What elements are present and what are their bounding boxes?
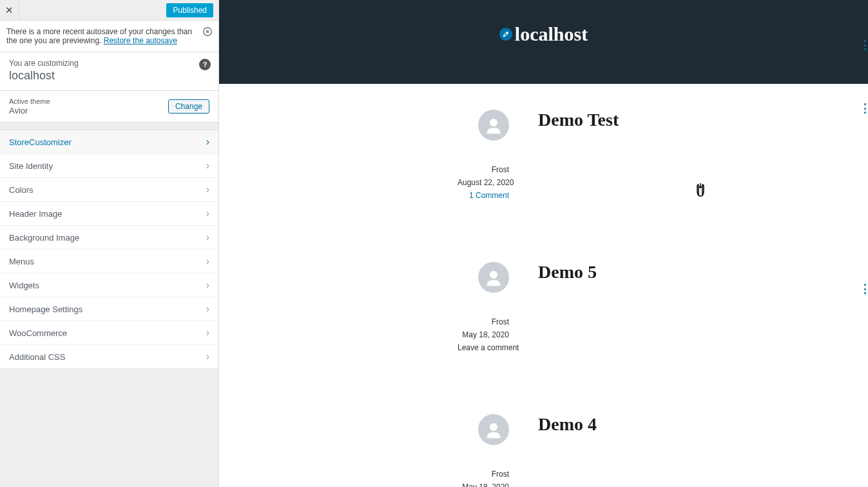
avatar xyxy=(478,414,509,445)
post-date[interactable]: May 18, 2020 xyxy=(458,482,509,487)
sidebar-topbar: ✕ Published xyxy=(0,0,218,21)
menu-item-label: Colors xyxy=(9,185,34,195)
chevron-right-icon: › xyxy=(206,232,209,243)
menu-item-label: Homepage Settings xyxy=(9,304,82,314)
menu-item-label: WooCommerce xyxy=(9,328,67,338)
avatar xyxy=(478,110,509,141)
chevron-right-icon: › xyxy=(206,303,209,315)
menu-item-site-identity[interactable]: Site Identity› xyxy=(0,154,218,178)
post-meta: FrostMay 18, 2020Leave a comment xyxy=(458,414,509,487)
menu-item-additional-css[interactable]: Additional CSS› xyxy=(0,345,218,369)
chevron-right-icon: › xyxy=(206,184,209,195)
menu-item-menus[interactable]: Menus› xyxy=(0,250,218,273)
post-author[interactable]: Frost xyxy=(458,165,509,174)
menu-item-label: Background Image xyxy=(9,233,79,243)
menu-item-background-image[interactable]: Background Image› xyxy=(0,226,218,250)
spacer xyxy=(0,123,218,130)
site-title[interactable]: localhost xyxy=(499,23,588,45)
customizing-header: You are customizing localhost ? xyxy=(0,52,218,91)
menu-item-label: Additional CSS xyxy=(9,352,65,362)
post-content: Demo Test xyxy=(538,110,619,204)
post-meta: FrostAugust 22, 20201 Comment xyxy=(458,110,509,204)
menu-item-label: Menus xyxy=(9,257,34,266)
edit-pencil-icon[interactable] xyxy=(499,28,512,41)
post-date[interactable]: May 18, 2020 xyxy=(458,330,509,339)
menu-item-label: Widgets xyxy=(9,281,39,290)
customizer-sidebar: ✕ Published There is a more recent autos… xyxy=(0,0,219,487)
menu-item-homepage-settings[interactable]: Homepage Settings› xyxy=(0,297,218,321)
customizer-menu: StoreCustomizer›Site Identity›Colors›Hea… xyxy=(0,130,218,369)
svg-point-3 xyxy=(490,423,497,431)
post-title[interactable]: Demo 5 xyxy=(538,262,597,283)
post-author[interactable]: Frost xyxy=(458,470,509,479)
preview-pane: localhost FrostAugust 22, 20201 CommentD… xyxy=(219,0,868,487)
restore-autosave-link[interactable]: Restore the autosave xyxy=(104,36,177,45)
post-title[interactable]: Demo 4 xyxy=(538,414,597,435)
edit-shortcut-icon[interactable] xyxy=(864,40,867,50)
post-author[interactable]: Frost xyxy=(458,317,509,326)
post: FrostAugust 22, 20201 CommentDemo Test xyxy=(458,110,868,204)
chevron-right-icon: › xyxy=(206,160,209,172)
post-comments-link[interactable]: Leave a comment xyxy=(458,343,509,352)
theme-section: Active theme Avior Change xyxy=(0,91,218,123)
post-meta: FrostMay 18, 2020Leave a comment xyxy=(458,262,509,356)
svg-point-1 xyxy=(490,119,497,126)
menu-item-storecustomizer[interactable]: StoreCustomizer› xyxy=(0,130,218,154)
post: FrostMay 18, 2020Leave a commentDemo 4 xyxy=(458,414,868,487)
active-theme-label: Active theme xyxy=(9,97,50,105)
close-button[interactable]: ✕ xyxy=(0,0,19,21)
site-title-text: localhost xyxy=(515,23,588,45)
edit-shortcut-icon[interactable] xyxy=(864,284,867,294)
menu-item-label: Header Image xyxy=(9,209,62,219)
change-theme-button[interactable]: Change xyxy=(168,99,209,114)
chevron-right-icon: › xyxy=(206,327,209,339)
customizing-label: You are customizing xyxy=(9,59,209,68)
post-comments-link[interactable]: 1 Comment xyxy=(458,191,509,200)
autosave-notice: There is a more recent autosave of your … xyxy=(0,21,218,52)
publish-button[interactable]: Published xyxy=(166,3,213,17)
menu-item-woocommerce[interactable]: WooCommerce› xyxy=(0,321,218,345)
menu-item-header-image[interactable]: Header Image› xyxy=(0,202,218,226)
help-icon[interactable]: ? xyxy=(199,59,211,70)
menu-item-label: StoreCustomizer xyxy=(9,137,72,147)
menu-item-widgets[interactable]: Widgets› xyxy=(0,273,218,297)
customizing-site-name: localhost xyxy=(9,69,209,83)
edit-shortcut-icon[interactable] xyxy=(864,103,867,114)
dismiss-icon[interactable] xyxy=(203,27,212,38)
post: FrostMay 18, 2020Leave a commentDemo 5 xyxy=(458,262,868,356)
post-date[interactable]: August 22, 2020 xyxy=(458,178,509,187)
post-title[interactable]: Demo Test xyxy=(538,110,619,130)
chevron-right-icon: › xyxy=(206,279,209,291)
chevron-right-icon: › xyxy=(206,351,209,363)
post-content: Demo 5 xyxy=(538,262,597,356)
chevron-right-icon: › xyxy=(206,136,209,148)
chevron-right-icon: › xyxy=(206,255,209,267)
active-theme-name: Avior xyxy=(9,106,50,115)
post-content: Demo 4 xyxy=(538,414,597,487)
chevron-right-icon: › xyxy=(206,208,209,219)
posts-area: FrostAugust 22, 20201 CommentDemo TestFr… xyxy=(219,84,868,487)
menu-item-label: Site Identity xyxy=(9,161,53,171)
menu-item-colors[interactable]: Colors› xyxy=(0,178,218,202)
site-header: localhost xyxy=(219,0,868,84)
avatar xyxy=(478,262,509,293)
svg-point-2 xyxy=(490,271,497,279)
